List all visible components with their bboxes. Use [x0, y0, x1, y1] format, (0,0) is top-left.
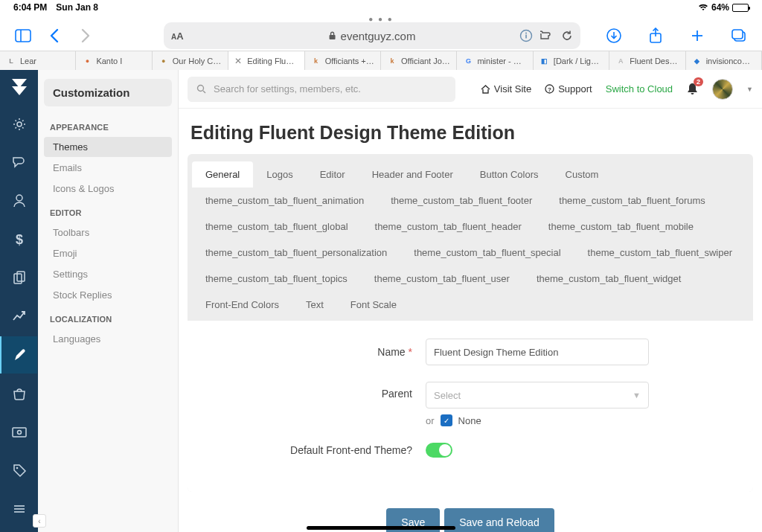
- extensions-icon[interactable]: [540, 30, 554, 42]
- back-icon[interactable]: [42, 23, 67, 48]
- browser-tab[interactable]: ✕Editing Flue…: [228, 51, 304, 71]
- svg-rect-19: [14, 274, 22, 283]
- reload-icon[interactable]: [561, 30, 573, 42]
- visit-site-link[interactable]: Visit Site: [481, 83, 531, 94]
- tab-custom[interactable]: theme_custom_tab_fluent_swiper: [574, 240, 746, 266]
- rail-chat-icon[interactable]: [0, 144, 38, 182]
- battery-icon: [732, 4, 749, 12]
- browser-tab[interactable]: ◧[Dark / Light…: [534, 51, 609, 71]
- sidebar-item[interactable]: Emails: [44, 158, 172, 178]
- tab-custom[interactable]: theme_custom_tab_fluent_special: [400, 240, 574, 266]
- search-icon: [196, 84, 206, 94]
- tab-custom[interactable]: theme_custom_tab_fluent_personalization: [192, 240, 400, 266]
- save-reload-button[interactable]: Save and Reload: [444, 508, 554, 532]
- sidebar: ‹ Customization APPEARANCEThemesEmailsIc…: [38, 70, 179, 532]
- tab-custom[interactable]: Front-End Colors: [192, 292, 292, 318]
- sidebar-title: Customization: [44, 79, 172, 106]
- svg-rect-21: [13, 428, 26, 437]
- app-logo[interactable]: [7, 74, 31, 98]
- sidebar-item[interactable]: Themes: [44, 137, 172, 157]
- tab-header-and-footer[interactable]: Header and Footer: [359, 161, 467, 188]
- switch-cloud-link[interactable]: Switch to Cloud: [606, 83, 673, 94]
- home-indicator[interactable]: [307, 526, 455, 530]
- rail-marketplace-icon[interactable]: [0, 375, 38, 412]
- multitask-dots[interactable]: ● ● ●: [0, 15, 762, 21]
- sidebar-item[interactable]: Stock Replies: [44, 285, 172, 305]
- rail-payments-icon[interactable]: [0, 414, 38, 451]
- reader-icon[interactable]: AA: [171, 31, 184, 42]
- close-icon[interactable]: ✕: [234, 56, 242, 66]
- svg-rect-2: [330, 35, 336, 39]
- browser-tab[interactable]: LLear: [0, 51, 76, 71]
- downloads-icon[interactable]: [601, 23, 627, 48]
- svg-text:$: $: [15, 232, 22, 247]
- none-checkbox[interactable]: ✓: [441, 414, 452, 426]
- browser-tab[interactable]: AFluent Desig…: [609, 51, 685, 71]
- tab-custom[interactable]: theme_custom_tab_fluent_user: [361, 266, 523, 292]
- parent-select[interactable]: Select▼: [426, 382, 649, 408]
- admin-topbar: Search for settings, members, etc. Visit…: [179, 70, 762, 109]
- svg-point-17: [16, 195, 22, 201]
- tabs-row: GeneralLogosEditorHeader and FooterButto…: [188, 154, 753, 321]
- rail-pages-icon[interactable]: [0, 260, 38, 297]
- rail-members-icon[interactable]: [0, 182, 38, 219]
- search-input[interactable]: Search for settings, members, etc.: [188, 77, 455, 102]
- tab-editor[interactable]: Editor: [307, 161, 359, 188]
- tab-custom[interactable]: theme_custom_tab_fluent_global: [192, 214, 362, 240]
- tab-custom[interactable]: theme_custom_tab_fluent_header: [362, 214, 535, 240]
- support-link[interactable]: ?Support: [545, 83, 592, 94]
- rail-commerce-icon[interactable]: $: [0, 221, 38, 258]
- ipad-status-bar: 6:04 PM Sun Jan 8 64%: [0, 0, 762, 15]
- browser-tab[interactable]: ●Our Holy Ch…: [153, 51, 228, 71]
- sidebar-item[interactable]: Toolbars: [44, 222, 172, 243]
- chevron-down-icon: ▼: [633, 391, 641, 400]
- share-icon[interactable]: [643, 23, 668, 48]
- url-host: eventguyz.com: [341, 30, 416, 42]
- svg-line-28: [203, 91, 205, 93]
- sidebar-item[interactable]: Settings: [44, 264, 172, 284]
- tab-custom[interactable]: Text: [292, 292, 337, 318]
- tab-custom[interactable]: Custom: [552, 161, 612, 188]
- sidebar-item[interactable]: Emoji: [44, 243, 172, 263]
- name-input[interactable]: [426, 339, 649, 365]
- browser-tab[interactable]: Gminister - G…: [457, 51, 533, 71]
- tab-custom[interactable]: theme_custom_tab_fluent_footer: [377, 188, 545, 214]
- rail-customization-icon[interactable]: [0, 336, 37, 374]
- rail-settings-icon[interactable]: [0, 106, 38, 143]
- admin-rail: $: [0, 70, 38, 532]
- url-field[interactable]: AA eventguyz.com: [164, 22, 580, 49]
- browser-tab[interactable]: kOfficiants +…: [305, 51, 381, 71]
- notifications-button[interactable]: 2: [686, 82, 699, 96]
- rail-stats-icon[interactable]: [0, 298, 38, 336]
- chevron-down-icon[interactable]: ▼: [746, 86, 753, 93]
- none-label: None: [458, 415, 481, 426]
- sidebar-toggle-icon[interactable]: [10, 23, 36, 48]
- tab-custom[interactable]: Font Scale: [337, 292, 410, 318]
- browser-tab[interactable]: kOfficiant Jon…: [381, 51, 457, 71]
- parent-label: Parent: [202, 382, 426, 400]
- browser-tab[interactable]: ●Kanto I: [76, 51, 152, 71]
- tab-button-colors[interactable]: Button Colors: [467, 161, 552, 188]
- svg-rect-20: [17, 272, 25, 281]
- tab-custom[interactable]: theme_custom_tab_fluent_forums: [545, 188, 719, 214]
- tab-custom[interactable]: theme_custom_tab_fluent_animation: [192, 188, 377, 214]
- safari-toolbar: AA eventguyz.com: [0, 21, 762, 51]
- tab-logos[interactable]: Logos: [253, 161, 306, 188]
- tab-custom[interactable]: theme_custom_tab_fluent_mobile: [535, 214, 707, 240]
- sidebar-group-label: LOCALIZATION: [41, 306, 175, 328]
- tab-general[interactable]: General: [192, 161, 253, 188]
- sidebar-collapse-icon[interactable]: ‹: [33, 514, 46, 528]
- sidebar-item[interactable]: Languages: [44, 329, 172, 349]
- default-theme-toggle[interactable]: [426, 443, 452, 458]
- browser-tab[interactable]: ◆invisioncom…: [686, 51, 762, 71]
- rail-tags-icon[interactable]: [0, 452, 38, 490]
- avatar[interactable]: [712, 79, 733, 100]
- new-tab-icon[interactable]: [685, 23, 710, 48]
- tab-custom[interactable]: theme_custom_tab_fluent_topics: [192, 266, 361, 292]
- default-theme-label: Default Front-end Theme?: [202, 444, 426, 456]
- tab-custom[interactable]: theme_custom_tab_fluent_widget: [523, 266, 694, 292]
- sidebar-item[interactable]: Icons & Logos: [44, 179, 172, 199]
- tabs-icon[interactable]: [726, 23, 752, 48]
- browser-tabs: LLear●Kanto I●Our Holy Ch…✕Editing Flue……: [0, 51, 762, 71]
- info-icon[interactable]: [519, 29, 533, 42]
